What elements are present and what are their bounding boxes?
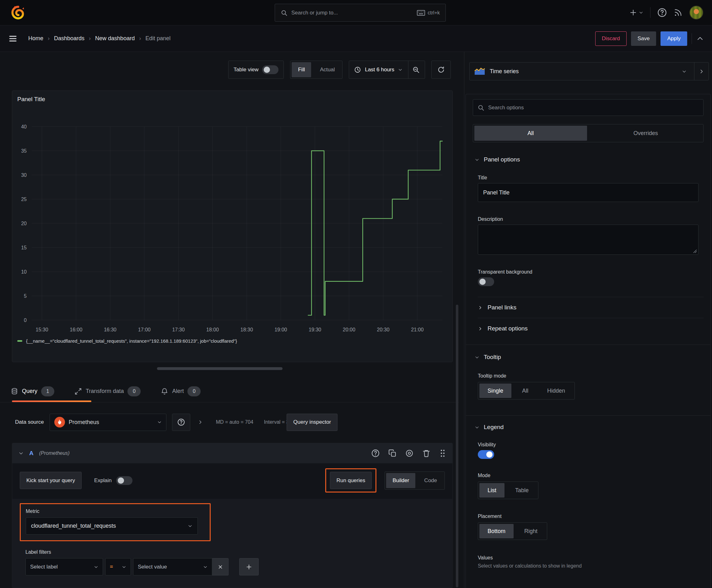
help-icon[interactable] (657, 8, 667, 17)
table-view-control: Table view (228, 61, 284, 79)
select-label-placeholder: Select label (30, 564, 58, 570)
toggle-viz-panel-icon[interactable] (699, 69, 704, 74)
chevron-down-icon[interactable] (398, 67, 403, 72)
fill-option[interactable]: Fill (292, 62, 311, 77)
breadcrumb-home[interactable]: Home (28, 35, 43, 42)
zoom-out-icon[interactable] (412, 66, 420, 74)
tab-alert[interactable]: Alert 0 (161, 380, 201, 402)
tab-overrides[interactable]: Overrides (589, 126, 702, 141)
data-source-picker[interactable]: Prometheus (50, 414, 166, 431)
visualization-name: Time series (490, 68, 519, 75)
discard-button[interactable]: Discard (595, 31, 627, 46)
section-repeat-options[interactable]: Repeat options (473, 318, 704, 339)
tooltip-all-option[interactable]: All (514, 383, 537, 398)
legend-list-option[interactable]: List (479, 483, 504, 498)
user-avatar[interactable] (689, 6, 703, 19)
run-queries-button[interactable]: Run queries (330, 472, 372, 489)
tab-alert-label: Alert (172, 388, 184, 395)
panel-toolbar: Table view Fill Actual Last 6 hours (228, 61, 451, 79)
section-tooltip[interactable]: Tooltip (473, 354, 704, 361)
legend-visibility-toggle[interactable] (478, 450, 494, 459)
editor-tabs: Query 1 Transform data 0 Alert 0 (0, 380, 459, 402)
data-source-help-button[interactable] (172, 414, 190, 431)
title-field-label: Title (478, 175, 698, 181)
chart-legend[interactable]: {__name__="cloudflared_tunnel_total_requ… (17, 338, 237, 344)
svg-text:16:30: 16:30 (104, 327, 116, 332)
operator-dropdown[interactable]: = (105, 558, 131, 575)
time-range-control: Last 6 hours (349, 61, 425, 79)
expand-options-icon[interactable] (198, 420, 203, 425)
search-options-input[interactable]: Search options (473, 99, 704, 116)
new-button[interactable] (629, 9, 643, 16)
delete-query-icon[interactable] (422, 449, 430, 457)
select-value-dropdown[interactable]: Select value (133, 558, 212, 575)
horizontal-scrollbar[interactable] (157, 367, 283, 370)
transform-count-badge: 0 (127, 386, 141, 396)
time-series-panel[interactable]: Panel Title 051015202530354015:3016:0016… (12, 90, 453, 362)
chevron-down-icon (475, 158, 479, 162)
drag-handle-icon[interactable] (439, 449, 446, 457)
news-icon[interactable] (674, 8, 683, 17)
time-range-label[interactable]: Last 6 hours (365, 67, 394, 73)
legend-table-option[interactable]: Table (507, 483, 537, 498)
legend-series-label[interactable]: {__name__="cloudflared_tunnel_total_requ… (26, 338, 237, 344)
chevron-down-icon (475, 355, 479, 360)
table-view-toggle[interactable] (262, 65, 278, 74)
vertical-scrollbar[interactable] (456, 305, 458, 587)
svg-text:16:00: 16:00 (70, 327, 82, 332)
global-search-input[interactable]: Search or jump to... ctrl+k (275, 4, 446, 22)
duplicate-query-icon[interactable] (388, 449, 396, 457)
tooltip-hidden-option[interactable]: Hidden (539, 383, 573, 398)
chevron-down-icon[interactable] (19, 451, 24, 456)
placement-bottom-option[interactable]: Bottom (479, 524, 514, 538)
disable-query-eye-icon[interactable] (405, 449, 413, 457)
metric-select[interactable]: cloudflared_tunnel_total_requests (26, 517, 198, 534)
all-overrides-tabs: All Overrides (473, 124, 704, 142)
chevron-right-icon (478, 305, 482, 310)
breadcrumb-dashboards[interactable]: Dashboards (54, 35, 84, 42)
svg-text:18:00: 18:00 (206, 327, 219, 332)
svg-text:18:30: 18:30 (240, 327, 253, 332)
transparent-bg-toggle[interactable] (478, 277, 494, 286)
breadcrumb-new-dashboard[interactable]: New dashboard (95, 35, 135, 42)
tab-transform-data[interactable]: Transform data 0 (74, 380, 141, 402)
time-series-chart[interactable]: 051015202530354015:3016:0016:3017:0017:3… (12, 91, 452, 362)
select-value-placeholder: Select value (138, 564, 167, 570)
placement-right-option[interactable]: Right (516, 524, 546, 538)
refresh-button[interactable] (431, 61, 451, 79)
resize-handle-icon[interactable] (693, 249, 697, 253)
section-legend[interactable]: Legend (473, 424, 704, 430)
query-help-icon[interactable] (371, 449, 380, 457)
section-panel-options[interactable]: Panel options (473, 156, 704, 163)
collapse-header-icon[interactable] (696, 35, 704, 42)
remove-filter-button[interactable] (212, 558, 229, 575)
code-option[interactable]: Code (418, 473, 443, 488)
explain-toggle[interactable] (116, 476, 132, 485)
tab-all[interactable]: All (474, 126, 587, 141)
save-button[interactable]: Save (631, 31, 656, 46)
apply-button[interactable]: Apply (661, 31, 687, 46)
panel-options-sidebar: Time series Search options All Overrides… (464, 52, 712, 588)
tab-query[interactable]: Query 1 (11, 380, 54, 402)
plus-icon (246, 564, 252, 570)
section-panel-links[interactable]: Panel links (473, 297, 704, 318)
chevron-down-icon (122, 565, 126, 569)
tooltip-single-option[interactable]: Single (479, 383, 511, 398)
panel-title-input[interactable] (478, 183, 698, 202)
kick-start-query-button[interactable]: Kick start your query (20, 472, 82, 489)
actual-option[interactable]: Actual (314, 62, 341, 77)
query-actions-row: Kick start your query Explain Run querie… (12, 463, 452, 497)
visualization-picker[interactable]: Time series (469, 62, 709, 80)
clock-icon (354, 66, 361, 73)
grafana-logo[interactable] (11, 5, 25, 20)
edit-panel-main: Table view Fill Actual Last 6 hours Pane… (0, 52, 459, 588)
builder-option[interactable]: Builder (386, 473, 415, 488)
panel-links-label: Panel links (488, 304, 516, 311)
query-row-header[interactable]: A (Prometheus) (12, 443, 452, 463)
add-filter-button[interactable] (239, 558, 259, 575)
query-inspector-button[interactable]: Query inspector (287, 414, 338, 431)
chevron-right-icon: › (89, 35, 91, 42)
select-label-dropdown[interactable]: Select label (25, 558, 103, 575)
description-textarea[interactable] (478, 225, 698, 255)
menu-icon[interactable] (8, 34, 18, 43)
